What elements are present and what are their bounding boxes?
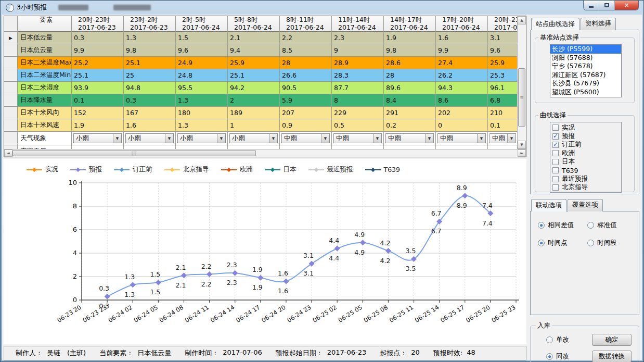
value-cell[interactable]: 9.6 (488, 44, 518, 57)
checkbox-icon[interactable] (552, 124, 559, 131)
weather-dropdown[interactable]: 中雨▼ (490, 133, 516, 143)
row-selector[interactable] (4, 69, 18, 82)
value-cell[interactable]: 25 (124, 69, 176, 82)
value-cell[interactable]: 0 (436, 119, 488, 132)
value-cell[interactable]: 94.2 (228, 82, 280, 94)
minimize-button[interactable] (584, 1, 599, 10)
confirm-button[interactable]: 确定 (592, 334, 632, 346)
weather-dropdown[interactable]: 小雨▼ (125, 133, 174, 143)
value-cell[interactable]: 9 (332, 44, 384, 57)
value-cell[interactable]: 180 (176, 107, 228, 119)
station-item[interactable]: 长沙县 (57679) (550, 79, 621, 88)
row-name[interactable]: 日本二米湿度 (18, 82, 72, 94)
value-cell[interactable]: 8.5 (280, 44, 332, 57)
value-cell[interactable]: 25.1 (228, 69, 280, 82)
weather-dropdown[interactable]: 中雨▼ (385, 133, 434, 143)
column-header-element[interactable]: 要素 (18, 16, 72, 32)
value-cell[interactable]: 0.5 (332, 119, 384, 132)
station-item[interactable]: 浏阳 (57688) (550, 54, 621, 63)
dropdown-arrow-icon[interactable]: ▼ (113, 134, 121, 143)
row-selector[interactable] (4, 132, 18, 145)
dropdown-arrow-icon[interactable]: ▼ (507, 134, 516, 143)
scroll-down-icon[interactable]: ▼ (518, 141, 526, 149)
value-cell[interactable]: 189 (228, 107, 280, 119)
value-cell[interactable]: 9.8 (384, 44, 436, 57)
checkbox-icon[interactable] (552, 150, 559, 156)
horizontal-scroll-thumb[interactable]: ||| (12, 150, 256, 156)
row-selector[interactable] (4, 119, 18, 132)
value-cell[interactable]: 202 (436, 107, 488, 119)
data-point[interactable] (181, 272, 187, 278)
dropdown-arrow-icon[interactable]: ▼ (477, 134, 485, 143)
value-cell[interactable]: 9.9 (436, 44, 488, 57)
data-point[interactable] (105, 294, 110, 299)
data-point[interactable] (385, 248, 391, 254)
dropdown-arrow-icon[interactable]: ▼ (217, 134, 225, 143)
value-cell[interactable]: 27.4 (436, 57, 488, 69)
station-item[interactable]: 湘江新区 (57687) (550, 71, 621, 80)
column-header[interactable]: 20时-23时2017-06-23 (72, 16, 124, 32)
value-cell[interactable]: 89.6 (384, 82, 436, 94)
radio-icon[interactable] (538, 222, 545, 229)
value-cell[interactable]: 8 (332, 94, 384, 107)
value-cell[interactable]: 87.7 (332, 82, 384, 94)
value-cell[interactable]: 96.1 (488, 82, 518, 94)
column-header[interactable]: 8时-11时2017-06-24 (280, 16, 332, 32)
value-cell[interactable]: 2.3 (332, 32, 384, 44)
value-cell[interactable]: 1.3 (176, 94, 228, 107)
radio-icon[interactable] (538, 240, 545, 246)
value-cell[interactable]: 1.9 (384, 32, 436, 44)
value-cell[interactable]: 0.3 (72, 32, 124, 44)
value-cell[interactable]: 2 (228, 94, 280, 107)
value-cell[interactable]: 9.4 (228, 44, 280, 57)
value-cell[interactable]: 6.8 (488, 94, 518, 107)
value-cell[interactable]: 26.6 (280, 69, 332, 82)
row-selector[interactable] (4, 94, 18, 107)
row-name[interactable]: 日本二米温度Min (18, 69, 72, 82)
value-cell[interactable]: 0.3 (124, 94, 176, 107)
current-row-marker[interactable]: ▶ (4, 32, 18, 44)
dropdown-arrow-icon[interactable]: ▼ (373, 134, 381, 143)
weather-dropdown[interactable]: 中雨▼ (281, 133, 330, 143)
station-item[interactable]: 宁乡 (57678) (550, 62, 621, 71)
station-listbox[interactable]: 长沙 (P5599)浏阳 (57688)宁乡 (57678)湘江新区 (5768… (550, 44, 622, 97)
data-point[interactable] (360, 240, 366, 245)
scroll-right-icon[interactable]: ► (518, 149, 526, 157)
value-cell[interactable]: 0.2 (384, 119, 436, 132)
dropdown-arrow-icon[interactable]: ▼ (165, 134, 173, 143)
row-selector[interactable] (4, 44, 18, 57)
value-cell[interactable]: 28.3 (332, 69, 384, 82)
value-cell[interactable]: 1.3 (124, 32, 176, 44)
checkbox-icon[interactable] (552, 142, 559, 148)
row-selector[interactable] (4, 107, 18, 119)
value-cell[interactable]: 1 (228, 119, 280, 132)
tab-override-options[interactable]: 覆盖选项 (568, 199, 603, 211)
value-cell[interactable]: 1.6 (436, 32, 488, 44)
checkbox-icon[interactable] (552, 167, 559, 173)
station-item[interactable]: 望城区 (P5600) (550, 88, 621, 97)
checkbox-icon[interactable] (552, 184, 559, 191)
row-name[interactable]: 日本低云量 (18, 32, 72, 44)
value-cell[interactable]: 94.3 (436, 82, 488, 94)
data-point[interactable] (232, 270, 238, 276)
weather-dropdown[interactable]: 小雨▼ (229, 133, 278, 143)
weather-dropdown[interactable]: 小雨▼ (73, 133, 122, 143)
data-point[interactable] (130, 282, 136, 288)
value-cell[interactable]: 25.2 (72, 57, 124, 69)
forecast-chart[interactable]: 024681006-23 2006-23 2306-24 0206-24 050… (4, 175, 526, 332)
weather-dropdown[interactable]: 中雨▼ (333, 133, 382, 143)
dropdown-arrow-icon[interactable]: ▼ (269, 134, 277, 143)
vertical-scroll-thumb[interactable]: ≡ (518, 68, 525, 127)
value-cell[interactable]: 167 (124, 107, 176, 119)
value-cell[interactable]: 207 (280, 107, 332, 119)
data-convert-button[interactable]: 数据转换 (592, 351, 632, 362)
value-cell[interactable]: 28.9 (332, 57, 384, 69)
radio-icon[interactable] (587, 222, 594, 229)
value-cell[interactable]: 25.3 (488, 69, 518, 82)
table-horizontal-scrollbar[interactable]: ◄ ||| ► (4, 149, 526, 157)
value-cell[interactable]: 3.1 (488, 32, 518, 44)
row-selector[interactable] (4, 82, 18, 94)
column-header[interactable]: 14时-17时2017-06-24 (384, 16, 436, 32)
row-name[interactable]: 日本十米风速 (18, 119, 72, 132)
row-name[interactable]: 日本二米温度Max (18, 57, 72, 69)
